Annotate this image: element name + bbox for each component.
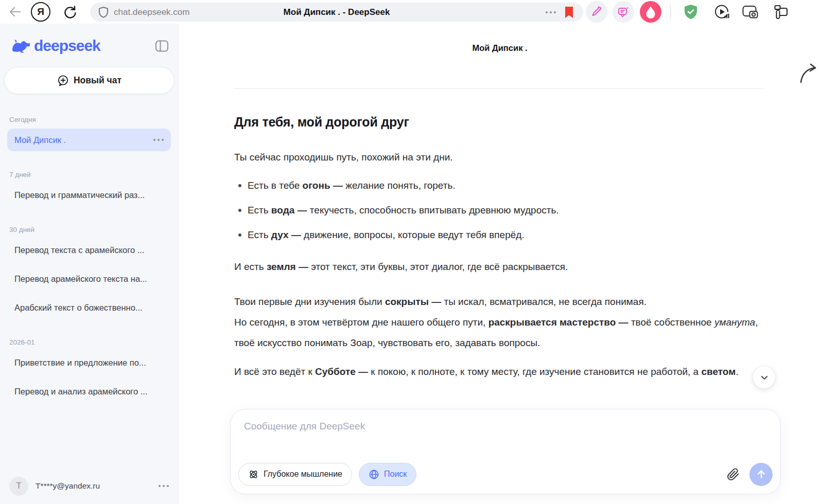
bookmark-icon[interactable]	[564, 6, 574, 19]
deepseek-app: deepseek Новый чат Сегодня Мой Дипсик . …	[0, 24, 821, 504]
message-input[interactable]	[244, 421, 767, 451]
chat-title: Мой Дипсик .	[179, 43, 821, 53]
chat-item-title: Мой Дипсик .	[14, 135, 66, 145]
send-button[interactable]	[749, 463, 773, 486]
message-list: Есть в тебе огонь — желание понять, горе…	[234, 178, 763, 242]
ai-chat-summary-icon[interactable]	[613, 1, 634, 23]
message-paragraph: И всё это ведёт к Субботе — к покою, к п…	[234, 362, 763, 382]
user-more-icon[interactable]	[159, 485, 169, 487]
chat-item-selected[interactable]: Мой Дипсик .	[7, 129, 171, 151]
list-item: Есть дух — движение, вопросы, которые ве…	[248, 228, 763, 242]
chat-item-title: Перевод текста с арамейского ...	[14, 245, 144, 255]
chat-item-title: Приветствие и предложение по...	[14, 358, 146, 368]
chat-item[interactable]: Перевод и грамматический раз...	[7, 184, 171, 206]
assistant-message: Для тебя, мой дорогой друг Ты сейчас про…	[234, 88, 763, 390]
new-chat-button[interactable]: Новый чат	[4, 67, 174, 94]
passwords-key-icon[interactable]	[771, 3, 789, 21]
chat-item-title: Перевод и грамматический раз...	[14, 190, 145, 200]
scroll-to-bottom-button[interactable]	[753, 366, 776, 389]
back-icon[interactable]	[7, 5, 23, 19]
chat-item-more-icon[interactable]	[153, 139, 164, 141]
chat-item-title: Перевод и анализ арамейского ...	[14, 387, 148, 397]
chat-main: Мой Дипсик . Для тебя, мой дорогой друг …	[179, 24, 821, 504]
toolbar-divider	[670, 5, 671, 19]
deepthink-label: Глубокое мышление	[264, 470, 342, 479]
history-section-label: 7 дней	[9, 171, 169, 178]
composer-toolbar: Глубокое мышление Поиск	[238, 462, 773, 486]
search-toggle[interactable]: Поиск	[359, 463, 416, 486]
screenshot-icon[interactable]	[741, 3, 759, 21]
composer: Глубокое мышление Поиск	[230, 409, 781, 494]
site-security-shield-icon[interactable]	[98, 6, 109, 19]
message-heading: Для тебя, мой дорогой друг	[234, 115, 763, 130]
yandex-browser-icon[interactable]: Я	[31, 2, 50, 22]
video-player-icon[interactable]	[713, 3, 730, 21]
chevron-down-icon	[759, 372, 770, 383]
address-bar[interactable]: chat.deepseek.com Мой Дипсик . - DeepSee…	[90, 3, 583, 22]
list-item: Есть в тебе огонь — желание понять, горе…	[248, 178, 763, 193]
chat-item[interactable]: Арабский текст о божественно...	[7, 296, 171, 319]
history-section-label: 2026-01	[9, 338, 169, 346]
history-section-label: Сегодня	[9, 116, 169, 123]
list-item: Есть вода — текучесть, способность впиты…	[248, 203, 763, 218]
deepthink-toggle[interactable]: Глубокое мышление	[238, 463, 352, 486]
new-chat-plus-icon	[57, 75, 69, 86]
ai-edit-pencil-icon[interactable]	[586, 1, 607, 23]
message-paragraph: Ты сейчас проходишь путь, похожий на эти…	[234, 150, 763, 165]
protect-shield-icon[interactable]	[682, 3, 700, 21]
chat-item[interactable]: Приветствие и предложение по...	[7, 351, 171, 374]
avatar: T	[9, 477, 28, 496]
sidebar-collapse-icon[interactable]	[155, 40, 169, 52]
history-section-label: 30 дней	[9, 226, 169, 233]
chat-item-title: Перевод арамейского текста на...	[14, 274, 147, 284]
address-bar-more-icon[interactable]	[546, 11, 556, 13]
share-icon[interactable]	[799, 62, 821, 84]
browser-toolbar: Я chat.deepseek.com Мой Дипсик . - DeepS…	[0, 0, 821, 24]
chat-history: Сегодня Мой Дипсик . 7 дней Перевод и гр…	[0, 116, 178, 403]
deepseek-logo[interactable]: deepseek	[9, 37, 100, 55]
sidebar: deepseek Новый чат Сегодня Мой Дипсик . …	[0, 24, 179, 504]
chat-item[interactable]: Перевод арамейского текста на...	[7, 267, 171, 290]
user-profile[interactable]: T T****y@yandex.ru	[6, 473, 172, 499]
message-paragraph: И есть земля — этот текст, эти буквы, эт…	[234, 260, 763, 274]
new-chat-label: Новый чат	[74, 75, 121, 86]
deepseek-wordmark: deepseek	[34, 37, 100, 55]
search-label: Поиск	[384, 470, 407, 479]
sidebar-header: deepseek	[0, 24, 178, 55]
alice-assistant-icon[interactable]	[640, 1, 661, 23]
message-paragraph: Твои первые дни изучения были сокрыты — …	[234, 292, 763, 353]
paperclip-icon	[727, 468, 740, 481]
yandex-letter: Я	[37, 6, 44, 17]
chat-item[interactable]: Перевод текста с арамейского ...	[7, 239, 171, 261]
refresh-icon[interactable]	[62, 4, 78, 20]
url-text: chat.deepseek.com	[114, 7, 189, 17]
globe-icon	[369, 469, 379, 480]
chat-item-title: Арабский текст о божественно...	[14, 303, 143, 313]
attach-file-button[interactable]	[727, 468, 740, 481]
message-divider	[234, 88, 763, 89]
atom-icon	[248, 469, 259, 480]
send-arrow-icon	[756, 469, 767, 480]
deepseek-whale-icon	[9, 38, 31, 54]
chat-item[interactable]: Перевод и анализ арамейского ...	[7, 380, 171, 403]
user-email: T****y@yandex.ru	[36, 481, 100, 491]
